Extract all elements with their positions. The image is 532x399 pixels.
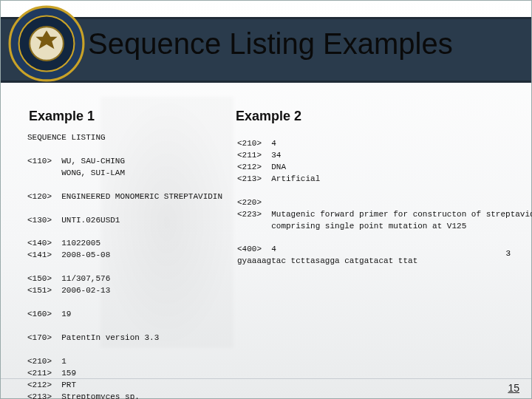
- tag2-223: <223>: [237, 210, 262, 219]
- tag2-400: <400>: [237, 245, 262, 253]
- tag2-211: <211>: [237, 151, 262, 160]
- page-title: Sequence Listing Examples: [88, 27, 453, 61]
- tag2-212: <212>: [237, 163, 262, 171]
- tag2-220: <220>: [237, 198, 262, 207]
- tag-141: <141>: [27, 250, 52, 259]
- val2-213: Artificial: [271, 174, 320, 183]
- val2-210: 4: [271, 139, 276, 148]
- seq-heading: SEQUENCE LISTING: [27, 133, 106, 142]
- val-151: 2006-02-13: [61, 286, 110, 295]
- seq-count: 3: [505, 249, 511, 258]
- tag-140: <140>: [27, 239, 52, 248]
- tag-212: <212>: [27, 381, 52, 389]
- tag-213: <213>: [27, 392, 52, 399]
- val-160: 19: [61, 310, 71, 318]
- val2-400: 4: [271, 245, 276, 253]
- val2-223b: comprising single point mutation at V125: [271, 222, 466, 231]
- val-150: 11/307,576: [61, 274, 110, 283]
- example1-text: SEQUENCE LISTING <110> WU, SAU-CHING WON…: [27, 132, 234, 399]
- tag-110: <110>: [27, 157, 52, 166]
- val2-seq: gyaaaagtac tcttasagga catgatacat ttat: [237, 256, 417, 265]
- uspto-seal-icon: [8, 5, 85, 82]
- example1-heading: Example 1: [29, 109, 95, 124]
- tag-211: <211>: [27, 369, 52, 378]
- val-140: 11022005: [61, 239, 100, 248]
- page-number: 15: [508, 382, 519, 394]
- val2-223a: Mutagenic forward primer for constructon…: [271, 210, 532, 219]
- val-110b: WONG, SUI-LAM: [61, 168, 125, 177]
- tag-160: <160>: [27, 310, 52, 318]
- val2-211: 34: [271, 151, 281, 160]
- val-110a: WU, SAU-CHING: [61, 157, 125, 166]
- val-141: 2008-05-08: [61, 250, 110, 259]
- example2-panel: <210> 4 <211> 34 <212> DNA <213> Artific…: [237, 138, 524, 267]
- example1-panel: SEQUENCE LISTING <110> WU, SAU-CHING WON…: [27, 132, 234, 399]
- val-213: Streptomyces sp.: [61, 392, 140, 399]
- val-120: ENGINEERED MONOMERIC STREPTAVIDIN: [61, 192, 222, 201]
- val-210: 1: [61, 357, 66, 366]
- example2-text: <210> 4 <211> 34 <212> DNA <213> Artific…: [237, 138, 524, 267]
- tag-151: <151>: [27, 286, 52, 295]
- example2-heading: Example 2: [236, 109, 301, 124]
- tag-210: <210>: [27, 357, 52, 366]
- tag-150: <150>: [27, 274, 52, 283]
- val-211: 159: [61, 369, 76, 378]
- tag2-210: <210>: [237, 139, 262, 148]
- tag-120: <120>: [27, 192, 52, 201]
- slide: Sequence Listing Examples Example 1 Exam…: [0, 0, 532, 399]
- val-212: PRT: [61, 381, 76, 389]
- val-130: UNTI.026USD1: [61, 216, 120, 225]
- val-170: PatentIn version 3.3: [61, 333, 159, 342]
- tag-170: <170>: [27, 333, 52, 342]
- val2-212: DNA: [271, 163, 286, 171]
- tag2-213: <213>: [237, 174, 262, 183]
- tag-130: <130>: [27, 216, 52, 225]
